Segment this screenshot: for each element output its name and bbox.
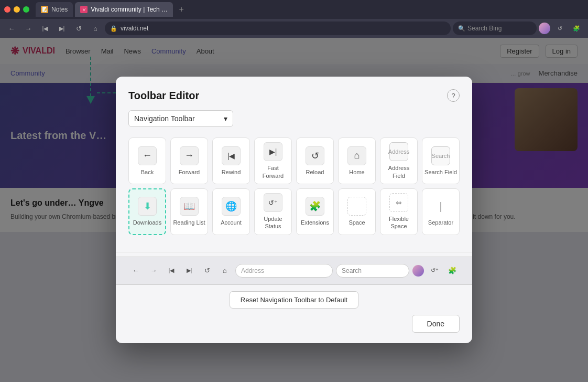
item-space[interactable]: Space: [338, 188, 376, 235]
modal-footer: Reset Navigation Toolbar to Default Done: [116, 285, 472, 343]
preview-forward-button[interactable]: →: [146, 263, 161, 278]
toolbar-editor-modal: Toolbar Editor ? Navigation Toolbar ▾ ←: [116, 77, 472, 343]
home-button[interactable]: ⌂: [88, 21, 103, 36]
item-account[interactable]: 🌐 Account: [212, 188, 250, 235]
item-back-label: Back: [141, 168, 154, 176]
new-tab-button[interactable]: +: [175, 3, 188, 16]
address-value: vivaldi.net: [121, 25, 148, 32]
item-fast-forward-label: Fast Forward: [257, 164, 289, 179]
preview-avatar: [412, 265, 424, 277]
user-avatar[interactable]: [539, 23, 550, 34]
tab-vivaldi[interactable]: V Vivaldi community | Tech …: [75, 2, 173, 17]
item-account-label: Account: [221, 219, 242, 226]
vivaldi-tab-icon: V: [80, 6, 88, 13]
update-status-icon: ↺⁺: [264, 193, 282, 212]
item-forward[interactable]: → Forward: [170, 137, 208, 184]
item-flexible-space-label: Flexible Space: [383, 215, 415, 230]
reload-button[interactable]: ↺: [71, 21, 86, 36]
item-separator-label: Separator: [428, 219, 453, 226]
preview-fast-forward-button[interactable]: ▶|: [182, 263, 197, 278]
address-bar[interactable]: 🔒 vivaldi.net: [105, 22, 451, 35]
modal-footer-row: Done: [128, 315, 460, 333]
fullscreen-button[interactable]: [23, 6, 29, 13]
item-reading-list-label: Reading List: [173, 219, 205, 226]
item-address-label: Address Field: [383, 164, 415, 179]
tab-bar: 📝 Notes V Vivaldi community | Tech … +: [0, 0, 588, 19]
item-separator[interactable]: | Separator: [422, 188, 460, 235]
sync-button[interactable]: ↺: [552, 21, 567, 36]
browser-frame: 📝 Notes V Vivaldi community | Tech … + ←…: [0, 0, 588, 382]
done-button[interactable]: Done: [412, 315, 460, 333]
modal-header: Toolbar Editor ?: [116, 77, 472, 110]
preview-search-text: Search: [342, 267, 362, 274]
help-button[interactable]: ?: [447, 89, 460, 102]
fast-forward-button[interactable]: ▶|: [55, 21, 69, 36]
item-update-status[interactable]: ↺⁺ Update Status: [254, 188, 292, 235]
preview-extensions-button[interactable]: 🧩: [445, 263, 460, 278]
item-space-label: Space: [349, 219, 365, 226]
item-back[interactable]: ← Back: [128, 137, 166, 184]
minimize-button[interactable]: [14, 6, 20, 13]
preview-search-bar[interactable]: Search: [336, 264, 409, 278]
preview-address-bar[interactable]: Address: [235, 264, 333, 278]
website-background: ❋ VIVALDI Browser Mail News Community Ab…: [0, 38, 588, 382]
item-rewind[interactable]: |◀ Rewind: [212, 137, 250, 184]
item-downloads[interactable]: ⬇ Downloads: [128, 188, 166, 235]
item-home-label: Home: [349, 168, 364, 176]
item-address-field[interactable]: Address Address Field: [380, 137, 418, 184]
forward-icon: →: [180, 146, 199, 165]
item-downloads-label: Downloads: [133, 219, 161, 226]
dropdown-arrow-icon: ▾: [224, 114, 227, 123]
preview-back-button[interactable]: ←: [128, 263, 143, 278]
modal-title: Toolbar Editor: [128, 90, 199, 102]
back-button[interactable]: ←: [4, 21, 19, 36]
item-reload[interactable]: ↺ Reload: [296, 137, 334, 184]
toolbar-items-grid: ← Back → Forward |◀ Rewind: [128, 137, 460, 235]
preview-rewind-button[interactable]: |◀: [164, 263, 179, 278]
notes-tab-icon: 📝: [41, 6, 48, 13]
item-reading-list[interactable]: 📖 Reading List: [170, 188, 208, 235]
preview-address-text: Address: [241, 267, 264, 274]
item-extensions-label: Extensions: [301, 219, 329, 226]
reload-icon: ↺: [306, 146, 324, 165]
preview-home-button[interactable]: ⌂: [217, 263, 232, 278]
extensions-button[interactable]: 🧩: [569, 21, 584, 36]
dropdown-value: Navigation Toolbar: [134, 114, 195, 123]
separator-icon: |: [431, 197, 450, 216]
item-extensions[interactable]: 🧩 Extensions: [296, 188, 334, 235]
tab-notes[interactable]: 📝 Notes: [36, 2, 73, 17]
reading-list-icon: 📖: [180, 197, 199, 216]
rewind-icon: |◀: [222, 146, 241, 165]
search-bar[interactable]: 🔍 Search Bing: [453, 22, 537, 35]
rewind-button[interactable]: |◀: [38, 21, 52, 36]
search-field-icon: Search: [431, 146, 450, 165]
item-forward-label: Forward: [179, 168, 200, 176]
modal-divider: [116, 252, 472, 252]
modal-overlay: Toolbar Editor ? Navigation Toolbar ▾ ←: [0, 38, 588, 382]
tab-notes-label: Notes: [51, 6, 68, 13]
back-icon: ←: [138, 146, 157, 165]
account-icon: 🌐: [222, 197, 241, 216]
close-button[interactable]: [4, 6, 10, 13]
item-fast-forward[interactable]: ▶| Fast Forward: [254, 137, 292, 184]
navigation-toolbar: ← → |◀ ▶| ↺ ⌂ 🔒 vivaldi.net 🔍 Search Bin…: [0, 19, 588, 38]
item-reload-label: Reload: [306, 168, 324, 176]
toolbar-dropdown[interactable]: Navigation Toolbar ▾: [128, 110, 233, 127]
modal-body: Navigation Toolbar ▾ ← Back → For: [116, 110, 472, 247]
item-update-status-label: Update Status: [257, 215, 289, 230]
item-search-label: Search Field: [424, 168, 457, 176]
traffic-lights: [4, 6, 29, 13]
forward-button[interactable]: →: [21, 21, 36, 36]
item-flexible-space[interactable]: ⇔ Flexible Space: [380, 188, 418, 235]
item-home[interactable]: ⌂ Home: [338, 137, 376, 184]
tab-vivaldi-label: Vivaldi community | Tech …: [91, 6, 168, 13]
preview-update-status-button[interactable]: ↺⁺: [427, 263, 442, 278]
reset-button[interactable]: Reset Navigation Toolbar to Default: [230, 291, 358, 309]
preview-reload-button[interactable]: ↺: [200, 263, 214, 278]
fast-forward-icon: ▶|: [264, 142, 282, 161]
downloads-icon: ⬇: [138, 197, 157, 216]
preview-toolbar: ← → |◀ ▶| ↺ ⌂ Address Search ↺⁺ 🧩: [116, 257, 472, 285]
flexible-space-icon: ⇔: [389, 193, 408, 212]
item-search-field[interactable]: Search Search Field: [422, 137, 460, 184]
search-placeholder: Search Bing: [467, 25, 502, 32]
